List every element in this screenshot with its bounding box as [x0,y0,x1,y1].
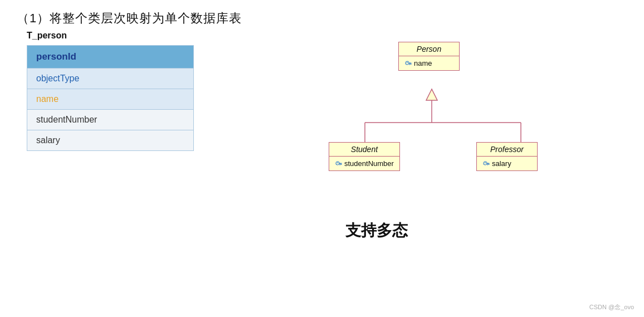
uml-diagram: Person name [312,31,635,275]
row-studentnumber: studentNumber [27,110,194,130]
svg-rect-18 [487,164,489,165]
row-objecttype: objectType [27,69,194,89]
student-class-box: Student studentNumber [329,142,400,171]
page-title: （1）将整个类层次映射为单个数据库表 [17,10,627,27]
page-container: （1）将整个类层次映射为单个数据库表 T_person personId obj… [0,0,644,317]
svg-rect-16 [487,163,490,164]
svg-rect-6 [409,62,412,64]
table-row: personId [27,46,194,69]
professor-class-name: Professor [477,143,537,157]
table-row: objectType [27,69,194,89]
person-attr-name: name [414,59,432,67]
student-class-name: Student [329,143,399,157]
key-icon-professor [482,160,490,168]
student-attr-name: studentNumber [344,159,394,168]
key-icon [404,60,412,67]
svg-rect-11 [339,163,342,164]
student-class-attr: studentNumber [329,157,399,170]
row-name: name [27,89,194,110]
table-label: T_person [27,31,223,41]
table-row: studentNumber [27,110,194,130]
table-row: salary [27,130,194,151]
row-personid: personId [27,46,194,69]
key-icon-student [335,160,343,168]
professor-class-attr: salary [477,157,537,170]
db-table: personId objectType name studentNumber s… [27,45,194,151]
svg-rect-17 [489,164,490,165]
person-class-name: Person [399,42,459,56]
svg-rect-7 [411,64,412,65]
bottom-text: 支持多态 [345,220,644,241]
row-salary: salary [27,130,194,151]
person-class-attr: name [399,56,459,70]
professor-attr-name: salary [492,159,511,168]
person-class-box: Person name [398,42,460,71]
svg-rect-13 [340,164,341,165]
svg-rect-8 [409,64,411,65]
watermark: CSDN @念_ovo [589,303,634,311]
left-section: T_person personId objectType name studen… [17,31,223,151]
professor-class-box: Professor salary [476,142,538,171]
svg-rect-12 [341,164,342,165]
svg-marker-4 [426,89,437,100]
table-row: name [27,89,194,110]
